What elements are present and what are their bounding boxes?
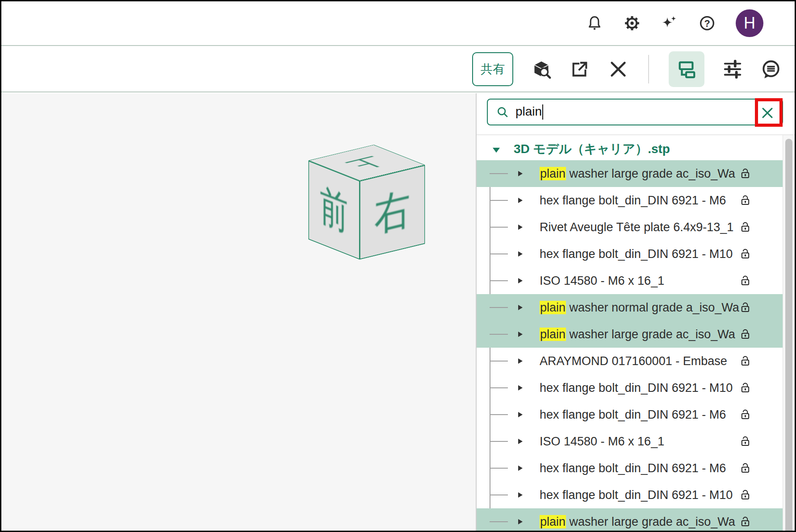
tree-root-label: 3D モデル（キャリア）.stp bbox=[514, 141, 670, 158]
expand-arrow-icon[interactable] bbox=[518, 251, 523, 257]
close-icon[interactable] bbox=[608, 59, 628, 79]
search-match-highlight: plain bbox=[540, 328, 566, 341]
model-tree-panel: plain 3D モデル（キャリア）.stp plain washer larg… bbox=[476, 93, 795, 531]
tree-branch-line bbox=[490, 280, 508, 281]
tree-item-label: hex flange bolt_din_DIN 6921 - M10 bbox=[540, 482, 739, 508]
tree-row[interactable]: hex flange bolt_din_DIN 6921 - M6 bbox=[477, 455, 785, 482]
user-avatar[interactable]: H bbox=[736, 9, 763, 37]
tree-row[interactable]: hex flange bolt_din_DIN 6921 - M10 bbox=[477, 241, 785, 267]
tree-row[interactable]: hex flange bolt_din_DIN 6921 - M6 bbox=[477, 401, 785, 428]
expand-arrow-icon[interactable] bbox=[518, 412, 523, 417]
search-value: plain bbox=[515, 104, 543, 120]
tree-item-label: hex flange bolt_din_DIN 6921 - M6 bbox=[540, 187, 739, 214]
tree-root-row[interactable]: 3D モデル（キャリア）.stp bbox=[477, 140, 783, 160]
lock-icon bbox=[739, 301, 751, 313]
scrollbar-track[interactable] bbox=[783, 135, 795, 531]
expand-arrow-icon[interactable] bbox=[518, 358, 523, 364]
tree-item-label: ISO 14580 - M6 x 16_1 bbox=[540, 428, 739, 455]
tree-branch-line bbox=[490, 200, 508, 201]
tree-branch-line bbox=[490, 441, 508, 442]
expand-arrow-icon[interactable] bbox=[518, 278, 523, 283]
top-bar: ? H bbox=[1, 1, 795, 46]
tree-row[interactable]: plain washer normal grade a_iso_Wa bbox=[477, 294, 785, 321]
expand-arrow-icon[interactable] bbox=[518, 519, 523, 524]
tree-branch-line bbox=[490, 361, 508, 362]
tree-branch-line bbox=[490, 414, 508, 415]
ai-sparkles-icon[interactable] bbox=[661, 14, 679, 32]
share-button[interactable]: 共有 bbox=[472, 52, 513, 86]
open-external-icon[interactable] bbox=[570, 59, 590, 79]
view-cube[interactable]: 前 右 上 bbox=[325, 161, 408, 244]
lock-icon bbox=[739, 328, 751, 340]
tree-branch-line bbox=[490, 254, 508, 254]
tree-branch-line bbox=[490, 334, 508, 335]
lock-icon bbox=[739, 435, 751, 447]
expand-arrow-icon[interactable] bbox=[518, 492, 523, 498]
expand-arrow-icon[interactable] bbox=[518, 385, 523, 391]
tree-item-label: ISO 14580 - M6 x 16_1 bbox=[540, 267, 739, 294]
lock-icon bbox=[739, 167, 751, 179]
right-face-label: 右 bbox=[374, 179, 410, 246]
tree-row[interactable]: Rivet Aveugle Tête plate 6.4x9-13_1 bbox=[477, 214, 785, 241]
lock-icon bbox=[739, 408, 751, 420]
settings-gear-icon[interactable] bbox=[623, 14, 641, 32]
search-match-highlight: plain bbox=[540, 301, 566, 314]
tree-row[interactable]: hex flange bolt_din_DIN 6921 - M10 bbox=[477, 482, 785, 508]
tree-row[interactable]: ISO 14580 - M6 x 16_1 bbox=[477, 267, 785, 294]
tree-branch-line bbox=[490, 521, 508, 522]
clear-search-button[interactable] bbox=[760, 105, 775, 122]
tree-rows: plain washer large grade ac_iso_Wahex fl… bbox=[477, 160, 785, 532]
search-icon bbox=[496, 105, 509, 119]
tree-item-label: plain washer normal grade a_iso_Wa bbox=[540, 294, 739, 321]
tree-row[interactable]: ISO 14580 - M6 x 16_1 bbox=[477, 428, 785, 455]
expand-arrow-icon[interactable] bbox=[518, 305, 523, 310]
tree-row[interactable]: hex flange bolt_din_DIN 6921 - M6 bbox=[477, 187, 785, 214]
tree-branch-line bbox=[490, 495, 508, 495]
tree-row[interactable]: hex flange bolt_din_DIN 6921 - M10 bbox=[477, 374, 785, 401]
lock-icon bbox=[739, 462, 751, 474]
search-match-highlight: plain bbox=[540, 515, 566, 528]
tree-branch-line bbox=[490, 468, 508, 469]
scrollbar-thumb[interactable] bbox=[785, 139, 792, 531]
filter-sliders-icon[interactable] bbox=[722, 59, 743, 79]
expand-arrow-icon[interactable] bbox=[518, 198, 523, 203]
tree-row[interactable]: plain washer large grade ac_iso_Wa bbox=[477, 321, 785, 348]
tree-branch-line bbox=[490, 173, 508, 174]
svg-text:?: ? bbox=[704, 18, 710, 29]
tree-branch-line bbox=[490, 307, 508, 308]
comment-icon[interactable] bbox=[761, 59, 781, 79]
notifications-bell-icon[interactable] bbox=[586, 14, 603, 32]
lock-icon bbox=[739, 221, 751, 233]
tree-item-label: plain washer large grade ac_iso_Wa bbox=[540, 160, 739, 187]
lock-icon bbox=[739, 489, 751, 501]
collapse-arrow-icon[interactable] bbox=[493, 148, 500, 153]
expand-arrow-icon[interactable] bbox=[518, 466, 523, 471]
lock-icon bbox=[739, 515, 751, 528]
tree-item-label: hex flange bolt_din_DIN 6921 - M10 bbox=[540, 241, 739, 267]
tree-row[interactable]: ARAYMOND 017160001 - Embase bbox=[477, 348, 785, 374]
expand-arrow-icon[interactable] bbox=[518, 171, 523, 176]
top-face-label: 上 bbox=[337, 153, 396, 172]
tree-item-label: plain washer large grade ac_iso_Wa bbox=[540, 321, 739, 348]
search-match-highlight: plain bbox=[540, 167, 566, 180]
expand-arrow-icon[interactable] bbox=[518, 224, 523, 230]
tree-row[interactable]: plain washer large grade ac_iso_Wa bbox=[477, 160, 785, 187]
expand-arrow-icon[interactable] bbox=[518, 439, 523, 444]
view-cube-right-face[interactable]: 右 bbox=[360, 165, 425, 260]
tree-item-label: hex flange bolt_din_DIN 6921 - M6 bbox=[540, 401, 739, 428]
front-face-label: 前 bbox=[320, 175, 348, 245]
3d-viewport[interactable]: 前 右 上 bbox=[1, 93, 476, 531]
document-toolbar: 共有 bbox=[1, 47, 795, 92]
search-separator bbox=[477, 134, 795, 135]
lock-icon bbox=[739, 382, 751, 394]
tree-view-icon bbox=[676, 59, 697, 79]
tree-row[interactable]: plain washer large grade ac_iso_Wa bbox=[477, 508, 785, 532]
search-input[interactable]: plain bbox=[487, 99, 783, 125]
tree-view-toggle-button[interactable] bbox=[669, 51, 704, 87]
tree-branch-line bbox=[490, 227, 508, 228]
lock-icon bbox=[739, 355, 751, 367]
help-icon[interactable]: ? bbox=[698, 14, 716, 32]
cube-search-icon[interactable] bbox=[531, 59, 552, 79]
tree-item-label: ARAYMOND 017160001 - Embase bbox=[540, 348, 739, 374]
expand-arrow-icon[interactable] bbox=[518, 332, 523, 337]
